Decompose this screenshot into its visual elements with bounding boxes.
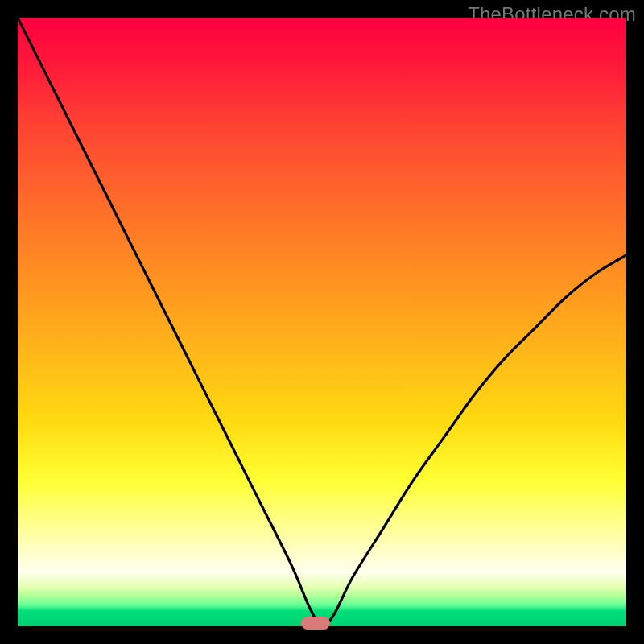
optimum-marker — [301, 617, 330, 630]
bottleneck-curve — [18, 18, 626, 626]
chart-frame: TheBottleneck.com — [0, 0, 644, 644]
plot-area — [18, 18, 626, 626]
